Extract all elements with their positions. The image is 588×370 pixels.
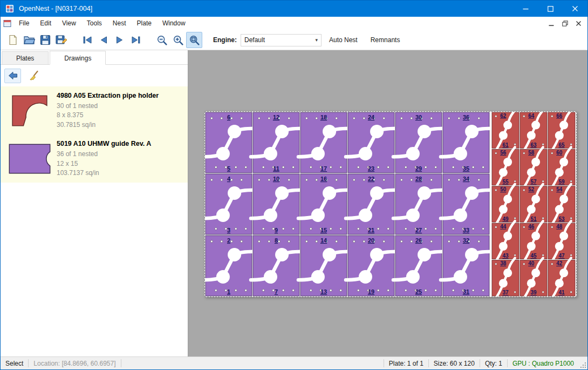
nested-guide-part-pair[interactable]: 109 xyxy=(251,174,302,234)
import-part-button[interactable] xyxy=(4,69,21,83)
part-number: 54 xyxy=(556,186,563,192)
nested-guide-part-pair[interactable]: 65 xyxy=(205,112,254,173)
nested-guide-part-pair[interactable]: 3433 xyxy=(441,174,491,234)
nested-holder-part-pair[interactable]: 4241 xyxy=(548,258,575,297)
part-number: 8 xyxy=(275,237,278,244)
tab-plates[interactable]: Plates xyxy=(2,51,49,64)
mdi-close-icon[interactable] xyxy=(572,18,584,29)
menu-item-nest[interactable]: Nest xyxy=(107,17,132,30)
menu-item-plate[interactable]: Plate xyxy=(132,17,157,30)
status-size: Size: 60 x 120 xyxy=(429,360,480,367)
titlebar: OpenNest - [N0317-004] xyxy=(1,1,587,17)
nested-holder-part-pair[interactable]: 5251 xyxy=(520,184,547,224)
zoom-out-icon xyxy=(156,35,168,46)
remnants-button[interactable]: Remnants xyxy=(365,32,406,48)
part-number: 4 xyxy=(227,176,231,182)
menu-items: FileEditViewToolsNestPlateWindow xyxy=(13,17,191,30)
zoom-out-button[interactable] xyxy=(154,32,170,48)
part-number: 42 xyxy=(556,260,563,266)
part-number: 37 xyxy=(502,290,509,296)
nested-holder-part-pair[interactable]: 3837 xyxy=(492,258,519,297)
part-number: 32 xyxy=(463,237,469,244)
nested-guide-part-pair[interactable]: 2625 xyxy=(393,236,444,296)
menu-item-edit[interactable]: Edit xyxy=(35,17,57,30)
part-number: 66 xyxy=(556,113,563,119)
engine-select[interactable]: Default ▾ xyxy=(241,34,322,46)
part-number: 26 xyxy=(415,237,422,244)
part-number: 40 xyxy=(528,260,535,266)
nav-last-button[interactable] xyxy=(128,32,144,48)
nested-guide-part-pair[interactable]: 87 xyxy=(251,236,302,296)
new-button[interactable] xyxy=(5,32,21,48)
resize-grip[interactable] xyxy=(579,357,587,369)
nested-holder-part-pair[interactable]: 6665 xyxy=(548,112,575,150)
nested-guide-part-pair[interactable]: 21 xyxy=(205,236,254,296)
nested-holder-part-pair[interactable]: 4847 xyxy=(548,221,575,261)
nav-first-button[interactable] xyxy=(79,32,95,48)
nav-next-button[interactable] xyxy=(112,32,128,48)
drawing-item[interactable]: 4980 A05 Extraction pipe holder30 of 1 n… xyxy=(1,86,188,134)
part-number: 33 xyxy=(463,227,469,233)
nested-guide-part-pair[interactable]: 3635 xyxy=(441,112,491,173)
nested-holder-part-pair[interactable]: 6059 xyxy=(548,147,575,187)
nested-guide-part-pair[interactable]: 2019 xyxy=(346,236,396,296)
menu-item-window[interactable]: Window xyxy=(157,17,191,30)
nested-holder-part-pair[interactable]: 6261 xyxy=(492,112,519,150)
nested-holder-part-pair[interactable]: 5857 xyxy=(520,147,547,187)
new-icon xyxy=(8,35,18,45)
drawing-item[interactable]: 5019 A10 UHMW guide Rev. A36 of 1 nested… xyxy=(1,134,188,183)
save-button[interactable] xyxy=(37,32,53,48)
nested-guide-part-pair[interactable]: 1817 xyxy=(298,112,349,173)
zoom-in-button[interactable] xyxy=(170,32,186,48)
menu-item-view[interactable]: View xyxy=(57,17,81,30)
nested-guide-part-pair[interactable]: 2221 xyxy=(346,174,396,234)
nested-guide-part-pair[interactable]: 3231 xyxy=(441,236,491,296)
minimize-icon[interactable] xyxy=(513,1,538,17)
nest-canvas[interactable]: 6512111817242330293635431091615222128273… xyxy=(188,50,587,356)
side-panel: PlatesDrawings 4980 A05 Extraction pipe … xyxy=(1,50,188,356)
nest-plate[interactable]: 6512111817242330293635431091615222128273… xyxy=(204,111,577,297)
nested-holder-part-pair[interactable]: 4443 xyxy=(492,221,519,261)
part-number: 31 xyxy=(463,288,469,295)
save-as-button[interactable] xyxy=(53,32,70,48)
nested-guide-part-pair[interactable]: 3029 xyxy=(393,112,444,173)
part-number: 11 xyxy=(273,165,279,172)
nested-holder-part-pair[interactable]: 5655 xyxy=(492,147,519,187)
drawing-nested-count: 30 of 1 nested xyxy=(57,102,159,111)
part-number: 44 xyxy=(500,224,507,230)
nested-guide-part-pair[interactable]: 1615 xyxy=(298,174,349,234)
nested-guide-part-pair[interactable]: 2827 xyxy=(393,174,444,234)
auto-nest-button[interactable]: Auto Nest xyxy=(324,32,363,48)
part-number: 21 xyxy=(368,227,374,233)
maximize-icon[interactable] xyxy=(538,1,563,17)
part-number: 18 xyxy=(320,114,327,120)
nested-guide-part-pair[interactable]: 43 xyxy=(205,174,254,234)
part-number: 3 xyxy=(227,227,230,233)
part-number: 23 xyxy=(368,165,374,172)
nested-guide-part-pair[interactable]: 2423 xyxy=(346,112,396,173)
menu-item-tools[interactable]: Tools xyxy=(81,17,107,30)
part-number: 24 xyxy=(368,114,375,120)
zoom-fit-button[interactable] xyxy=(186,32,202,48)
drawing-list: 4980 A05 Extraction pipe holder30 of 1 n… xyxy=(1,86,188,183)
clean-button[interactable] xyxy=(25,69,42,83)
nested-guide-part-pair[interactable]: 1413 xyxy=(298,236,349,296)
main-area: PlatesDrawings 4980 A05 Extraction pipe … xyxy=(1,50,587,356)
nav-prev-button[interactable] xyxy=(95,32,112,48)
close-icon[interactable] xyxy=(563,1,587,17)
part-number: 22 xyxy=(368,176,374,182)
nested-holder-part-pair[interactable]: 4645 xyxy=(520,221,547,261)
mdi-minimize-icon[interactable] xyxy=(545,18,557,29)
tab-drawings[interactable]: Drawings xyxy=(50,51,106,65)
drawing-area: 103.7137 sq/in xyxy=(57,169,151,178)
nested-holder-part-pair[interactable]: 4039 xyxy=(520,258,547,297)
open-button[interactable] xyxy=(21,32,37,48)
nested-holder-part-pair[interactable]: 6463 xyxy=(520,112,547,150)
nested-guide-part-pair[interactable]: 1211 xyxy=(251,112,302,173)
part-number: 48 xyxy=(556,224,563,230)
nested-holder-part-pair[interactable]: 5049 xyxy=(492,184,519,224)
nested-holder-part-pair[interactable]: 5453 xyxy=(548,184,575,224)
mdi-restore-icon[interactable] xyxy=(559,18,571,29)
part-number: 38 xyxy=(500,260,507,266)
menu-item-file[interactable]: File xyxy=(13,17,35,30)
